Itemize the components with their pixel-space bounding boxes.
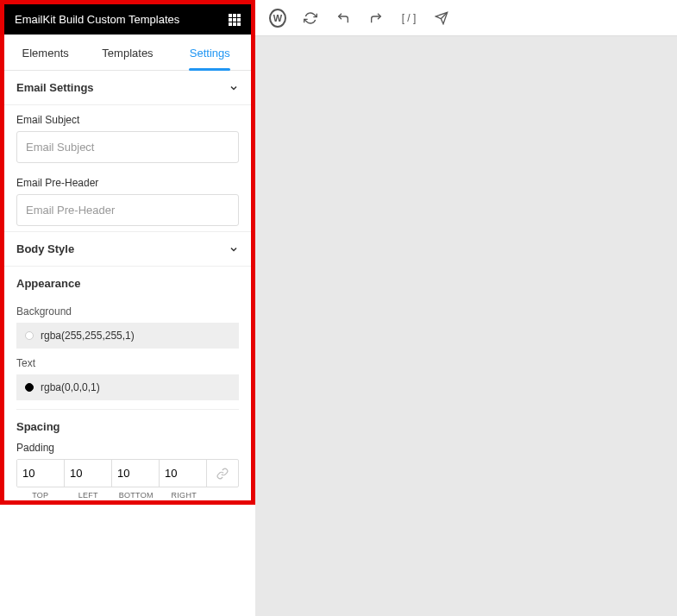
label-email-preheader: Email Pre-Header <box>16 177 239 189</box>
link-padding-button[interactable] <box>207 460 238 487</box>
shortcode-button[interactable]: [ / ] <box>400 9 417 27</box>
sidebar-header: EmailKit Build Custom Templates <box>4 4 251 35</box>
editor-toolbar: W [ / ] <box>255 0 677 36</box>
padding-control <box>16 459 239 487</box>
section-body-style[interactable]: Body Style <box>4 231 251 267</box>
padding-label-left: LEFT <box>65 491 113 500</box>
padding-bottom-input[interactable] <box>112 460 159 487</box>
color-swatch-icon <box>25 331 34 340</box>
wordpress-icon: W <box>269 9 286 28</box>
email-preheader-input[interactable] <box>16 194 239 226</box>
email-canvas[interactable] <box>255 36 677 616</box>
link-icon <box>216 468 229 480</box>
chevron-down-icon <box>229 244 239 255</box>
tab-settings[interactable]: Settings <box>169 35 251 70</box>
section-email-settings[interactable]: Email Settings <box>4 71 251 105</box>
section-title: Email Settings <box>16 81 94 94</box>
background-color-picker[interactable]: rgba(255,255,255,1) <box>16 323 239 349</box>
refresh-icon <box>304 11 317 25</box>
label-background: Background <box>16 305 239 317</box>
sidebar-tabs: Elements Templates Settings <box>4 35 251 71</box>
refresh-button[interactable] <box>302 9 319 27</box>
apps-grid-icon[interactable] <box>229 14 241 26</box>
color-swatch-icon <box>25 383 34 392</box>
redo-icon <box>369 11 383 25</box>
label-email-subject: Email Subject <box>16 114 239 126</box>
label-text-color: Text <box>16 357 239 369</box>
padding-right-input[interactable] <box>160 460 206 487</box>
padding-label-top: TOP <box>16 491 65 500</box>
sidebar-bottom-space <box>0 505 255 616</box>
spacing-heading: Spacing <box>4 410 251 442</box>
redo-button[interactable] <box>367 9 385 27</box>
padding-left-input[interactable] <box>65 460 111 487</box>
section-title: Body Style <box>16 242 74 255</box>
padding-labels: TOP LEFT BOTTOM RIGHT <box>16 491 239 500</box>
send-button[interactable] <box>433 9 450 27</box>
text-color-value: rgba(0,0,0,1) <box>41 381 100 393</box>
chevron-down-icon <box>229 83 239 93</box>
send-icon <box>435 11 448 25</box>
undo-button[interactable] <box>335 9 352 27</box>
text-color-picker[interactable]: rgba(0,0,0,1) <box>16 374 239 400</box>
padding-label-right: RIGHT <box>160 491 209 500</box>
tab-elements[interactable]: Elements <box>4 35 86 70</box>
wordpress-logo-button[interactable]: W <box>269 9 286 27</box>
padding-top-input[interactable] <box>17 460 64 487</box>
email-subject-input[interactable] <box>16 131 239 163</box>
undo-icon <box>336 11 350 25</box>
label-padding: Padding <box>16 442 239 454</box>
tab-templates[interactable]: Templates <box>86 35 168 70</box>
appearance-heading: Appearance <box>4 267 251 299</box>
padding-label-bottom: BOTTOM <box>112 491 160 500</box>
background-color-value: rgba(255,255,255,1) <box>41 330 135 342</box>
sidebar-title: EmailKit Build Custom Templates <box>15 13 179 26</box>
